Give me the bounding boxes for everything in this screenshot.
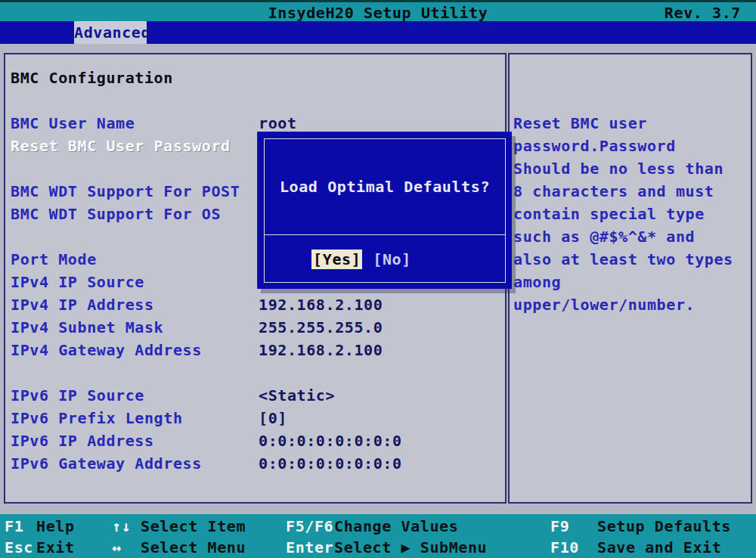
key-hint-row: F1Help↑↓Select ItemF5/F6Change ValuesF9S… [0, 516, 756, 537]
key-name: F10 [550, 537, 579, 558]
help-line: contain special type [513, 203, 749, 225]
settings-row[interactable]: IPv4 Subnet Mask255.255.255.0 [5, 316, 505, 339]
tab-advanced[interactable]: Advanced [74, 21, 147, 44]
help-line: Reset BMC user [513, 112, 749, 135]
bios-setup-screen: InsydeH20 Setup Utility Rev. 3.7 Advance… [0, 0, 756, 558]
app-title: InsydeH20 Setup Utility [268, 4, 488, 22]
panel-heading-row: BMC Configuration [5, 67, 505, 89]
spacer-row [5, 89, 505, 112]
setting-label: BMC User Name [11, 112, 135, 135]
help-line: also at least two types [513, 248, 749, 271]
key-description: Exit [36, 537, 75, 558]
settings-row[interactable]: IPv6 IP Source<Static> [5, 384, 505, 407]
setting-label: Port Mode [11, 248, 97, 271]
dialog-buttons: [Yes] [No] [265, 234, 505, 283]
help-line: such as @#$%^&* and [513, 225, 749, 248]
key-name: ↔ [112, 537, 122, 558]
setting-value: 0:0:0:0:0:0:0:0 [259, 452, 402, 475]
key-description: Change Values [334, 516, 458, 537]
help-line: Should be no less than [513, 157, 749, 180]
setting-value: 255.255.255.0 [259, 316, 383, 339]
setting-label: IPv4 IP Address [11, 293, 154, 316]
key-hint-row: EscExit↔Select MenuEnterSelect ▶ SubMenu… [0, 537, 756, 558]
setting-label: IPv6 Gateway Address [11, 452, 202, 475]
key-description: Select Item [141, 516, 246, 537]
setting-label: BMC Configuration [11, 67, 173, 89]
key-name: Enter [286, 537, 333, 558]
setting-label: IPv6 Prefix Length [11, 407, 183, 429]
title-bar: InsydeH20 Setup Utility Rev. 3.7 [0, 0, 756, 21]
dialog-inner-border: Load Optimal Defaults? [Yes] [No] [264, 138, 506, 283]
load-defaults-dialog: Load Optimal Defaults? [Yes] [No] [257, 132, 512, 289]
help-line: among [513, 271, 749, 293]
setting-label: BMC WDT Support For OS [11, 203, 221, 225]
settings-row[interactable]: IPv6 Gateway Address0:0:0:0:0:0:0:0 [5, 452, 505, 475]
setting-label: IPv4 IP Source [11, 271, 144, 293]
spacer-row [5, 361, 505, 384]
help-line: 8 characters and must [513, 180, 749, 203]
key-description: Select Menu [141, 537, 246, 558]
setting-value: 0:0:0:0:0:0:0:0 [259, 429, 402, 452]
setting-value: <Static> [259, 384, 335, 407]
setting-label: IPv6 IP Address [11, 429, 154, 452]
setting-value: [0] [259, 407, 287, 429]
key-hint-bar: F1Help↑↓Select ItemF5/F6Change ValuesF9S… [0, 514, 756, 558]
key-description: Setup Defaults [597, 516, 731, 537]
setting-label: IPv6 IP Source [11, 384, 144, 407]
help-text: Reset BMC userpassword.PasswordShould be… [513, 112, 749, 316]
dialog-message: Load Optimal Defaults? [265, 139, 505, 234]
no-button[interactable]: [No] [373, 250, 411, 268]
key-name: Esc [5, 537, 33, 558]
key-description: Help [36, 516, 75, 537]
setting-value: 192.168.2.100 [259, 339, 383, 361]
settings-row[interactable]: IPv4 IP Address192.168.2.100 [5, 293, 505, 316]
yes-button[interactable]: [Yes] [311, 250, 362, 269]
setting-value: 192.168.2.100 [259, 293, 383, 316]
setting-label: Reset BMC User Password [11, 135, 231, 157]
help-panel: Reset BMC userpassword.PasswordShould be… [508, 53, 752, 504]
settings-row[interactable]: IPv6 Prefix Length[0] [5, 407, 505, 429]
key-description: Select ▶ SubMenu [334, 537, 487, 558]
settings-row[interactable]: IPv6 IP Address0:0:0:0:0:0:0:0 [5, 429, 505, 452]
setting-label: IPv4 Subnet Mask [11, 316, 163, 339]
setting-label: BMC WDT Support For POST [11, 180, 240, 203]
key-description: Save and Exit [597, 537, 721, 558]
settings-row[interactable]: IPv4 Gateway Address192.168.2.100 [5, 339, 505, 361]
help-line: upper/lower/number. [513, 293, 749, 316]
key-name: F1 [5, 516, 23, 537]
help-line: password.Password [513, 135, 749, 157]
menu-bar: Advanced [0, 21, 756, 44]
key-name: ↑↓ [112, 516, 131, 537]
revision-label: Rev. 3.7 [665, 2, 741, 23]
setting-label: IPv4 Gateway Address [11, 339, 202, 361]
key-name: F5/F6 [286, 516, 333, 537]
key-name: F9 [550, 516, 569, 537]
